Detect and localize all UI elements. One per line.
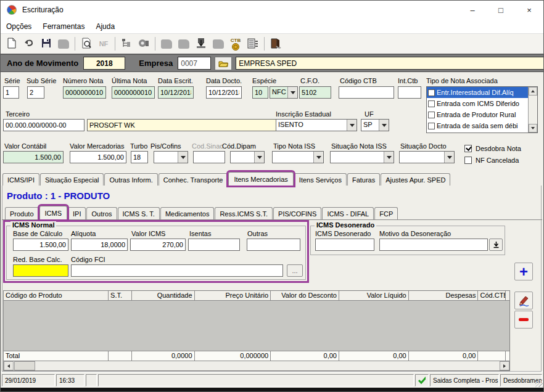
column-header[interactable]: Valor Líquido bbox=[339, 291, 409, 301]
tab-conhec-transporte[interactable]: Conhec. Transporte bbox=[159, 173, 228, 186]
data-escrit-field[interactable] bbox=[158, 86, 194, 99]
valor-contabil-field[interactable] bbox=[3, 151, 64, 163]
add-item-button[interactable]: + bbox=[514, 263, 533, 280]
terceiro-nome-field[interactable] bbox=[87, 119, 282, 131]
base-calculo-field[interactable] bbox=[13, 239, 68, 251]
chevron-down-icon[interactable] bbox=[287, 87, 297, 98]
tab-itens-servicos[interactable]: Itens Serviços bbox=[294, 173, 347, 186]
valor-icms-field[interactable] bbox=[130, 239, 186, 251]
chevron-down-icon[interactable] bbox=[178, 152, 188, 163]
column-header[interactable]: Preço Unitário bbox=[195, 291, 271, 301]
toolbar-exit-button[interactable] bbox=[267, 36, 284, 52]
subtab-ipi[interactable]: IPI bbox=[68, 207, 86, 219]
column-header[interactable]: Quantidade bbox=[132, 291, 195, 301]
isentas-field[interactable] bbox=[188, 239, 240, 251]
chevron-down-icon[interactable] bbox=[347, 120, 356, 131]
chevron-down-icon[interactable] bbox=[254, 152, 264, 163]
serie-field[interactable] bbox=[3, 86, 19, 99]
tab-faturas[interactable]: Faturas bbox=[347, 173, 380, 186]
toolbar-folder-button[interactable] bbox=[158, 36, 175, 52]
tipo-nota-iss-combo[interactable] bbox=[272, 151, 324, 163]
cod-dipam-combo[interactable] bbox=[230, 151, 265, 163]
scroll-up-icon[interactable] bbox=[529, 87, 537, 96]
list-scrollbar[interactable] bbox=[528, 87, 537, 133]
menu-ajuda[interactable]: Ajuda bbox=[90, 22, 120, 31]
situacao-nota-iss-combo[interactable] bbox=[330, 151, 394, 163]
subtab-pis-cofins[interactable]: PIS/COFINS bbox=[273, 207, 321, 219]
maximize-button[interactable]: □ bbox=[487, 1, 515, 19]
tab-situacao-especial[interactable]: Situação Especial bbox=[40, 173, 104, 186]
situacao-docto-combo[interactable] bbox=[399, 151, 455, 163]
motivo-desoneracao-drop-button[interactable] bbox=[489, 239, 503, 251]
column-header[interactable]: Cód.CTB bbox=[478, 291, 506, 301]
edit-item-button[interactable] bbox=[514, 292, 533, 309]
cod-sinac-field[interactable] bbox=[193, 151, 225, 163]
checkbox-icon[interactable] bbox=[428, 123, 435, 129]
toolbar-process-button[interactable] bbox=[135, 36, 152, 52]
menu-ferramentas[interactable]: Ferramentas bbox=[37, 22, 90, 31]
toolbar-cloud-button[interactable] bbox=[210, 36, 227, 52]
ano-movimento-field[interactable] bbox=[83, 57, 125, 70]
subtab-ress-icms-st[interactable]: Ress.ICMS S.T. bbox=[215, 207, 273, 219]
chevron-down-icon[interactable] bbox=[313, 152, 323, 163]
desdobra-nota-checkbox[interactable] bbox=[464, 145, 472, 152]
tab-outras-inform[interactable]: Outras Inform. bbox=[104, 173, 157, 186]
inscricao-estadual-combo[interactable]: ISENTO bbox=[276, 119, 357, 131]
int-ctb-field[interactable] bbox=[398, 86, 421, 99]
toolbar-preview-button[interactable] bbox=[78, 36, 95, 52]
list-item[interactable]: Entrada de saída sem débi bbox=[427, 120, 528, 131]
checkbox-icon[interactable] bbox=[428, 89, 435, 96]
especie-tipo-combo[interactable]: NFC bbox=[270, 86, 298, 99]
subtab-icms-st[interactable]: ICMS S. T. bbox=[118, 207, 160, 219]
numero-nota-field[interactable] bbox=[63, 86, 106, 99]
toolbar-new-button[interactable] bbox=[3, 36, 20, 52]
toolbar-nfe-button[interactable]: NF bbox=[95, 36, 112, 52]
scroll-left-icon[interactable] bbox=[4, 361, 14, 370]
column-header[interactable]: Despesas bbox=[409, 291, 479, 301]
turbo-field[interactable] bbox=[131, 151, 148, 163]
terceiro-doc-field[interactable] bbox=[3, 119, 84, 131]
toolbar-import-button[interactable] bbox=[192, 36, 210, 52]
codigo-fci-browse-button[interactable]: ... bbox=[287, 264, 303, 277]
empresa-code-field[interactable] bbox=[178, 57, 211, 70]
outras-field[interactable] bbox=[247, 239, 300, 251]
grid-horizontal-scrollbar[interactable] bbox=[4, 361, 509, 370]
nf-cancelada-checkbox[interactable] bbox=[464, 157, 472, 164]
chevron-down-icon[interactable] bbox=[444, 152, 454, 163]
codigo-fci-field[interactable] bbox=[71, 264, 283, 277]
close-button[interactable]: × bbox=[515, 1, 543, 19]
chevron-down-icon[interactable] bbox=[384, 152, 394, 163]
especie-field[interactable] bbox=[252, 86, 268, 99]
toolbar-undo-button[interactable] bbox=[20, 36, 38, 52]
list-item[interactable]: Entr.Interestadual Dif.Alíq bbox=[427, 87, 528, 98]
list-item[interactable]: Entrada com ICMS Diferido bbox=[427, 98, 528, 109]
uf-combo[interactable]: SP bbox=[361, 119, 389, 131]
scrollbar-thumb[interactable] bbox=[14, 361, 35, 370]
subtab-produto[interactable]: Produto bbox=[5, 207, 39, 219]
checkbox-icon[interactable] bbox=[428, 100, 435, 107]
subtab-medicamentos[interactable]: Medicamentos bbox=[160, 207, 215, 219]
data-docto-field[interactable] bbox=[206, 86, 242, 99]
scroll-right-icon[interactable] bbox=[500, 361, 509, 370]
column-header[interactable]: Código do Produto bbox=[4, 291, 109, 301]
column-header[interactable]: S.T. bbox=[109, 291, 132, 301]
menu-opcoes[interactable]: Opções bbox=[1, 22, 37, 31]
aliquota-field[interactable] bbox=[71, 239, 128, 251]
scroll-down-icon[interactable] bbox=[529, 124, 537, 133]
checkbox-icon[interactable] bbox=[428, 112, 435, 118]
motivo-desoneracao-field[interactable] bbox=[379, 239, 488, 251]
subtab-icms-difal[interactable]: ICMS - DIFAL bbox=[322, 207, 374, 219]
empresa-name-field[interactable] bbox=[236, 57, 543, 70]
column-header[interactable]: Valor do Desconto bbox=[271, 291, 339, 301]
open-company-button[interactable] bbox=[215, 57, 232, 70]
tab-ajustes-apur-sped[interactable]: Ajustes Apur. SPED bbox=[381, 173, 450, 186]
subtab-fcp[interactable]: FCP bbox=[374, 207, 398, 219]
red-base-calc-field[interactable] bbox=[13, 264, 68, 277]
subserie-field[interactable] bbox=[27, 86, 44, 99]
cfo-field[interactable] bbox=[299, 86, 331, 99]
ultima-nota-field[interactable] bbox=[112, 86, 155, 99]
list-item[interactable]: Entrada de Produtor Rural bbox=[427, 109, 528, 120]
subtab-icms[interactable]: ICMS bbox=[39, 206, 68, 219]
chevron-down-icon[interactable] bbox=[379, 120, 389, 131]
toolbar-print-button[interactable] bbox=[55, 36, 72, 52]
